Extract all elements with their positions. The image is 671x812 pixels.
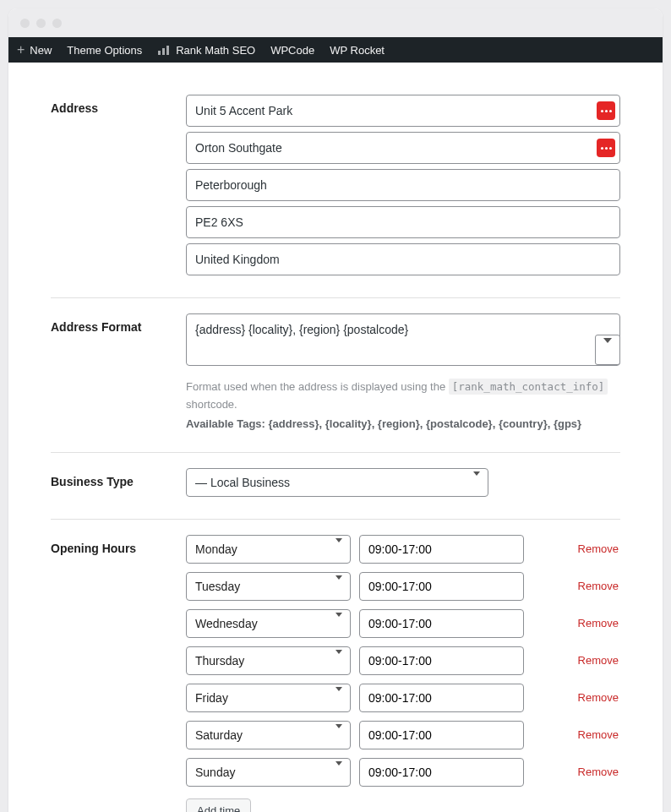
address-format-body: Format used when the address is displaye…: [186, 313, 620, 430]
toolbar-wpcode-label: WPCode: [270, 44, 314, 57]
section-opening-hours: Opening Hours MondayRemoveTuesdayRemoveW…: [51, 520, 620, 812]
section-address: Address: [51, 79, 620, 298]
business-type-body: — Local Business: [186, 468, 620, 497]
available-tags: Available Tags: {address}, {locality}, {…: [186, 417, 620, 430]
help-text-prefix: Format used when the address is displaye…: [186, 380, 449, 393]
address-row: [186, 169, 620, 201]
time-input[interactable]: [359, 572, 524, 601]
shortcode-code: [rank_math_contact_info]: [449, 379, 608, 395]
label-business-type: Business Type: [51, 468, 186, 488]
day-value: Saturday: [195, 728, 243, 742]
label-opening-hours: Opening Hours: [51, 535, 186, 555]
time-input[interactable]: [359, 684, 524, 712]
opening-hours-row: SaturdayRemove: [186, 721, 620, 749]
remove-link[interactable]: Remove: [578, 542, 620, 555]
day-select[interactable]: Wednesday: [186, 609, 351, 638]
window-titlebar: [8, 8, 663, 37]
remove-link[interactable]: Remove: [578, 728, 620, 741]
address-body: [186, 95, 620, 275]
svg-rect-1: [162, 48, 165, 55]
add-time-button[interactable]: Add time: [186, 798, 251, 812]
address-input-2[interactable]: [186, 169, 620, 201]
remove-link[interactable]: Remove: [578, 580, 620, 592]
time-input[interactable]: [359, 646, 524, 675]
address-format-help: Format used when the address is displaye…: [186, 379, 620, 414]
opening-hours-row: WednesdayRemove: [186, 609, 620, 638]
address-row: [186, 206, 620, 238]
toolbar-new-label: New: [30, 44, 52, 57]
day-value: Wednesday: [195, 617, 258, 630]
address-input-4[interactable]: [186, 243, 620, 275]
close-dot[interactable]: [20, 19, 30, 28]
settings-panel: Address Address Format Format used when …: [8, 63, 663, 812]
address-input-0[interactable]: [186, 95, 620, 127]
opening-hours-row: MondayRemove: [186, 535, 620, 564]
time-input[interactable]: [359, 609, 524, 638]
app-window: + New Theme Options Rank Math SEO WPCode…: [8, 8, 663, 812]
toolbar-new[interactable]: + New: [17, 43, 52, 57]
chevron-down-icon: [603, 343, 612, 357]
rank-math-icon: [157, 44, 171, 56]
day-select[interactable]: Friday: [186, 684, 351, 712]
toolbar-rank-math-label: Rank Math SEO: [176, 44, 255, 57]
opening-hours-row: SundayRemove: [186, 758, 620, 787]
opening-hours-row: FridayRemove: [186, 684, 620, 712]
opening-hours-body: MondayRemoveTuesdayRemoveWednesdayRemove…: [186, 535, 620, 812]
time-input[interactable]: [359, 535, 524, 564]
minimize-dot[interactable]: [36, 19, 46, 28]
day-select[interactable]: Monday: [186, 535, 351, 564]
remove-link[interactable]: Remove: [578, 617, 620, 629]
svg-rect-0: [158, 51, 161, 55]
address-action-button[interactable]: [597, 101, 615, 120]
ellipsis-icon: [601, 147, 612, 150]
day-value: Friday: [195, 691, 228, 705]
maximize-dot[interactable]: [52, 19, 62, 28]
address-row: [186, 243, 620, 275]
remove-link[interactable]: Remove: [578, 691, 620, 704]
business-type-value: — Local Business: [195, 476, 290, 489]
address-input-3[interactable]: [186, 206, 620, 238]
day-select[interactable]: Thursday: [186, 646, 351, 675]
address-format-textarea[interactable]: [186, 313, 620, 366]
opening-hours-row: ThursdayRemove: [186, 646, 620, 675]
time-input[interactable]: [359, 721, 524, 749]
opening-hours-row: TuesdayRemove: [186, 572, 620, 601]
toolbar-theme-options[interactable]: Theme Options: [67, 44, 142, 57]
day-select[interactable]: Tuesday: [186, 572, 351, 601]
address-input-1[interactable]: [186, 132, 620, 164]
toolbar-theme-options-label: Theme Options: [67, 44, 142, 57]
business-type-select[interactable]: — Local Business: [186, 468, 488, 497]
label-address-format: Address Format: [51, 313, 186, 334]
svg-rect-2: [166, 46, 169, 55]
address-row: [186, 95, 620, 127]
plus-icon: +: [17, 43, 25, 57]
toolbar-wp-rocket-label: WP Rocket: [330, 44, 385, 57]
section-business-type: Business Type — Local Business: [51, 453, 620, 520]
day-value: Monday: [195, 542, 237, 556]
time-input[interactable]: [359, 758, 524, 787]
remove-link[interactable]: Remove: [578, 654, 620, 667]
help-text-suffix: shortcode.: [186, 398, 237, 411]
label-address: Address: [51, 95, 186, 115]
toolbar-wpcode[interactable]: WPCode: [270, 44, 314, 57]
toolbar-rank-math[interactable]: Rank Math SEO: [157, 44, 255, 57]
expand-toggle[interactable]: [595, 335, 620, 365]
remove-link[interactable]: Remove: [578, 766, 620, 778]
section-address-format: Address Format Format used when the addr…: [51, 298, 620, 453]
day-select[interactable]: Sunday: [186, 758, 351, 787]
day-select[interactable]: Saturday: [186, 721, 351, 749]
admin-toolbar: + New Theme Options Rank Math SEO WPCode…: [8, 37, 663, 63]
address-row: [186, 132, 620, 164]
ellipsis-icon: [601, 110, 612, 112]
day-value: Tuesday: [195, 580, 240, 593]
day-value: Thursday: [195, 654, 244, 668]
address-action-button[interactable]: [597, 139, 615, 157]
toolbar-wp-rocket[interactable]: WP Rocket: [330, 44, 385, 57]
day-value: Sunday: [195, 766, 235, 779]
